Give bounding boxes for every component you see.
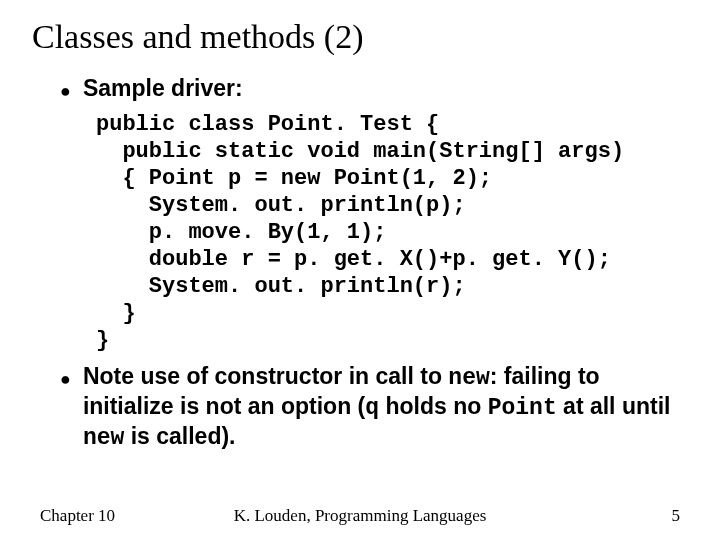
slide: Classes and methods (2) ● Sample driver:… bbox=[0, 0, 720, 540]
bullet-2-text: Note use of constructor in call to new: … bbox=[83, 362, 688, 452]
code-block: public class Point. Test { public static… bbox=[96, 111, 688, 354]
note-part-1: Note use of constructor in call to bbox=[83, 363, 448, 389]
bullet-1-text: Sample driver: bbox=[83, 74, 243, 102]
keyword-new: new bbox=[448, 365, 489, 391]
bullet-dot-icon: ● bbox=[60, 365, 71, 393]
footer: Chapter 10 K. Louden, Programming Langua… bbox=[40, 506, 680, 526]
note-part-4: at all until bbox=[557, 393, 671, 419]
var-q: q bbox=[365, 395, 379, 421]
bullet-dot-icon: ● bbox=[60, 77, 71, 105]
slide-title: Classes and methods (2) bbox=[32, 18, 688, 56]
bullet-note: ● Note use of constructor in call to new… bbox=[60, 362, 688, 452]
keyword-new-2: new bbox=[83, 425, 124, 451]
footer-center: K. Louden, Programming Languages bbox=[40, 506, 680, 526]
note-part-3: holds no bbox=[379, 393, 488, 419]
bullet-sample-driver: ● Sample driver: bbox=[60, 74, 688, 105]
type-point: Point bbox=[488, 395, 557, 421]
note-part-5: is called). bbox=[124, 423, 235, 449]
